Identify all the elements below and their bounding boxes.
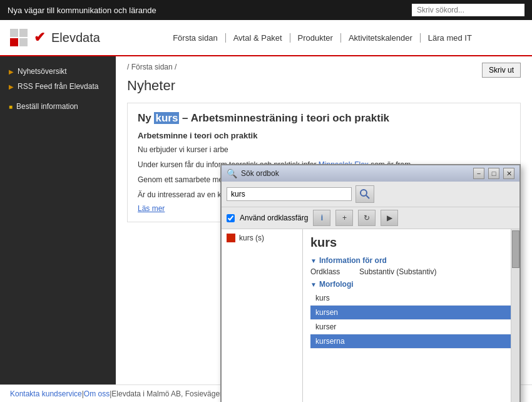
- dict-refresh-btn[interactable]: ↻: [358, 210, 376, 226]
- sidebar-item-bestall[interactable]: ■ Beställ information: [0, 99, 116, 114]
- dict-ordklass-label: Ordklass: [310, 267, 354, 276]
- main-nav: Första sidan Avtal & Paket Produkter Akt…: [123, 33, 522, 43]
- dict-ordklass-row: Ordklass Substantiv (Substantiv): [310, 267, 512, 276]
- page-title: Nyheter: [127, 78, 521, 94]
- dict-word-heading: kurs: [310, 235, 512, 250]
- sidebar-label-nyheter: Nyhetsöversikt: [18, 67, 67, 76]
- dict-word-item[interactable]: kurs (s): [224, 232, 300, 244]
- nav-item-lara[interactable]: Lära med IT: [421, 33, 479, 43]
- dict-search-input[interactable]: [227, 187, 352, 201]
- sidebar-item-rss[interactable]: ▶ RSS Feed från Elevdata: [0, 79, 116, 94]
- print-button[interactable]: Skriv ut: [482, 63, 521, 78]
- dict-info-section-heading: ▼ Information för ord: [310, 256, 512, 265]
- dict-add-btn[interactable]: +: [335, 210, 353, 226]
- sidebar-arrow-3: ■: [9, 103, 13, 110]
- dict-close-btn[interactable]: ✕: [503, 168, 514, 179]
- dict-play-btn[interactable]: ▶: [381, 210, 398, 226]
- logo-checkmark: ✔: [34, 29, 45, 46]
- sidebar-divider: [0, 94, 116, 99]
- sidebar-label-bestall: Beställ information: [16, 102, 78, 111]
- dict-wordclass-checkbox[interactable]: [227, 214, 235, 222]
- logo-grid: [10, 29, 28, 46]
- footer-contact[interactable]: Kontakta kundservice: [10, 389, 82, 398]
- dict-ordklass-value: Substantiv (Substantiv): [359, 267, 436, 276]
- nav-item-aktivitet[interactable]: Aktivitetskalender: [341, 33, 421, 43]
- breadcrumb: / Första sidan /: [127, 63, 176, 71]
- dict-info-btn[interactable]: i: [313, 210, 330, 226]
- dict-search-toolbar: [222, 182, 519, 207]
- dict-icon: 🔍: [227, 168, 237, 178]
- sidebar-label-rss: RSS Feed från Elevdata: [18, 82, 98, 91]
- logo-cell-1: [10, 29, 18, 37]
- headline-before: Ny: [138, 112, 154, 124]
- article-para1: Nu erbjuder vi kurser i arbe: [138, 144, 510, 155]
- headline-highlight: kurs: [154, 112, 179, 124]
- dictionary-popup: 🔍 Sök ordbok − □ ✕ Använd ordklassfärg i…: [220, 164, 521, 402]
- dict-word-list: kurs (s): [222, 229, 303, 402]
- footer-about[interactable]: Om oss: [84, 389, 110, 398]
- dict-morfologi-label: Morfologi: [319, 280, 354, 289]
- dict-search-button[interactable]: [356, 185, 374, 203]
- sidebar: ▶ Nyhetsöversikt ▶ RSS Feed från Elevdat…: [0, 56, 116, 384]
- dict-body: kurs (s) kurs ▼ Information för ord Ordk…: [222, 229, 519, 402]
- dict-scroll-thumb[interactable]: [512, 230, 519, 268]
- article-headline: Ny kurs – Arbetsminnesträning i teori oc…: [138, 112, 510, 125]
- svg-line-1: [366, 195, 369, 198]
- top-bar: Nya vägar till kommunikation och lärande: [0, 0, 532, 20]
- logo-cell-3: [10, 38, 18, 46]
- nav-item-produkter[interactable]: Produkter: [290, 33, 341, 43]
- dict-arrow-morfologi: ▼: [310, 281, 317, 288]
- dict-maximize-btn[interactable]: □: [488, 168, 499, 179]
- top-search-input[interactable]: [412, 4, 524, 16]
- header: ✔ Elevdata Första sidan Avtal & Paket Pr…: [0, 20, 532, 56]
- nav-item-forsta[interactable]: Första sidan: [165, 33, 226, 43]
- dict-morph-kurserna[interactable]: kurserna: [310, 334, 512, 349]
- svg-point-0: [361, 190, 367, 196]
- sidebar-item-nyheter[interactable]: ▶ Nyhetsöversikt: [0, 64, 116, 79]
- dict-options-bar: Använd ordklassfärg i + ↻ ▶: [222, 207, 519, 229]
- dict-morph-kursen[interactable]: kursen: [310, 306, 512, 320]
- dict-titlebar: 🔍 Sök ordbok − □ ✕: [222, 165, 519, 182]
- footer-address: Elevdata i Malmö AB, Fosievägen 1: [111, 389, 230, 398]
- top-bar-title: Nya vägar till kommunikation och lärande: [8, 6, 156, 15]
- dict-morph-kurs[interactable]: kurs: [310, 291, 512, 306]
- logo-cell-4: [19, 38, 28, 46]
- dict-arrow-info: ▼: [310, 257, 317, 264]
- dict-detail-panel: kurs ▼ Information för ord Ordklass Subs…: [303, 229, 519, 402]
- dict-info-label: Information för ord: [319, 256, 387, 265]
- dict-minimize-btn[interactable]: −: [473, 168, 484, 179]
- article-subhead: Arbetsminne i teori och praktik: [138, 131, 510, 140]
- dict-scrollbar[interactable]: [511, 229, 519, 402]
- dict-word-color-box: [227, 234, 235, 242]
- dict-morph-kurser[interactable]: kurser: [310, 320, 512, 334]
- dict-wordclass-label: Använd ordklassfärg: [240, 214, 308, 222]
- headline-after: – Arbetsminnesträning i teori och prakti…: [179, 112, 389, 124]
- nav-item-avtal[interactable]: Avtal & Paket: [226, 33, 290, 43]
- dict-morfologi-section: ▼ Morfologi: [310, 280, 512, 289]
- sidebar-arrow-2: ▶: [9, 83, 14, 90]
- logo-area: ✔ Elevdata: [10, 29, 123, 46]
- dict-word-label: kurs (s): [239, 234, 264, 242]
- site-name: Elevdata: [51, 31, 100, 45]
- sidebar-arrow-1: ▶: [9, 68, 14, 75]
- logo-cell-2: [19, 29, 28, 37]
- dict-title: Sök ordbok: [241, 169, 469, 178]
